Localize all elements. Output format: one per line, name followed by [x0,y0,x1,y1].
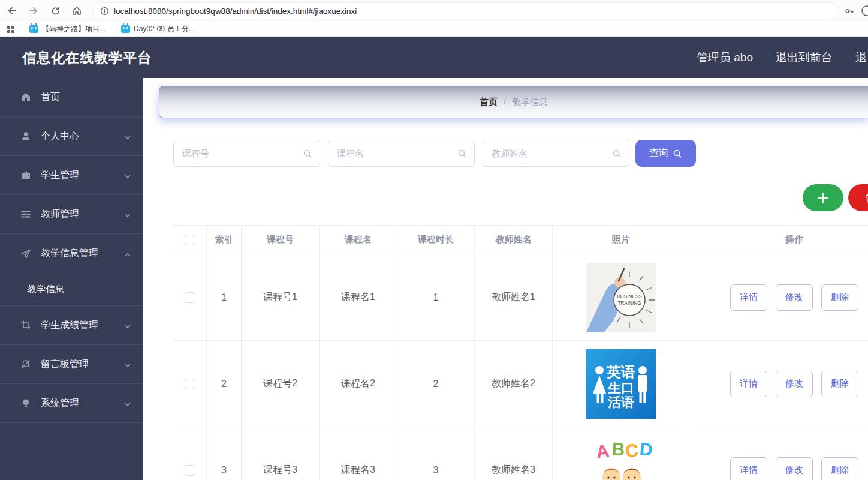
main-content: 首页 / 教学信息 [143,78,868,480]
col-header-course-name: 课程名 [320,226,397,254]
course-photo-english-speaking: 英语 生口 活语 [586,349,656,419]
edit-button[interactable]: 修改 [776,284,813,311]
bookmark-item[interactable]: Day02-09-员工分... [121,24,195,34]
nav-exit-to-front[interactable]: 退出到前台 [776,50,833,65]
divider [23,25,23,34]
home-button-icon[interactable] [67,2,86,19]
search-icon [673,149,682,158]
app-header: 信息化在线教学平台 管理员 abo 退出到前台 退 [0,37,868,78]
table-row: 1 课程号1 课程名1 1 教师姓名1 [173,254,868,341]
sidebar-item-message-board-management[interactable]: 留言板管理 [0,345,143,384]
header-nav: 管理员 abo 退出到前台 退 [697,50,868,65]
forward-icon[interactable] [24,2,43,19]
search-field-course-name [328,140,475,167]
sidebar-item-personal-center[interactable]: 个人中心 [0,117,143,156]
cell-course-no: 课程号3 [242,427,320,480]
delete-button[interactable]: 删除 [821,284,858,311]
cell-duration: 1 [397,254,475,340]
profile-icon[interactable] [861,5,868,17]
info-icon[interactable] [100,7,109,16]
send-icon [20,248,31,259]
course-photo-business-training: BUSINESS TRAINING [586,263,656,332]
sidebar-item-teacher-management[interactable]: 教师管理 [0,195,143,234]
sidebar-subitem-teaching-info[interactable]: 教学信息 [0,273,143,306]
bookmark-item[interactable]: 【码神之路】项目... [29,24,106,34]
cell-teacher: 教师姓名3 [475,427,553,480]
cell-course-name: 课程名1 [320,254,397,340]
course-no-input[interactable] [174,140,320,166]
delete-button[interactable]: 删除 [821,371,858,397]
row-checkbox[interactable] [185,292,195,303]
detail-button[interactable]: 详情 [730,457,767,480]
user-icon [20,131,31,142]
chevron-down-icon [124,361,131,368]
col-header-actions: 操作 [689,226,868,254]
course-table: 索引 课程号 课程名 课程时长 教师姓名 照片 操作 1 课程号1 课程名1 1… [173,225,868,480]
chevron-up-icon [124,250,131,257]
course-photo-abcd-kids: A B C D [586,436,656,480]
delete-button[interactable]: 删除 [821,457,858,480]
cell-index: 1 [207,254,242,340]
sidebar-item-home[interactable]: 首页 [0,78,143,117]
sidebar-item-system-management[interactable]: 系统管理 [0,384,143,423]
chevron-down-icon [124,211,131,218]
address-bar[interactable]: localhost:8080/springboot9qw88/admin/dis… [92,2,839,19]
breadcrumb-home[interactable]: 首页 [480,97,498,108]
edit-button[interactable]: 修改 [776,371,813,397]
svg-text:英语: 英语 [606,364,635,380]
col-header-teacher: 教师姓名 [475,226,553,254]
query-button-label: 查询 [649,147,668,160]
cell-index: 3 [207,427,242,480]
row-checkbox[interactable] [185,379,195,389]
search-row: 查询 [173,140,696,167]
select-all-checkbox[interactable] [185,235,195,245]
teacher-name-input[interactable] [483,140,629,166]
bilibili-icon [121,25,130,33]
trash-icon [864,192,868,204]
course-name-input[interactable] [328,140,474,166]
sidebar-item-student-score-management[interactable]: 学生成绩管理 [0,306,143,345]
svg-text:A: A [595,440,610,462]
cell-course-no: 课程号2 [242,341,320,427]
apps-grid-icon[interactable] [5,23,17,35]
sidebar-item-teaching-info-management[interactable]: 教学信息管理 [0,234,143,273]
bookmarks-bar: 【码神之路】项目... Day02-09-员工分... [0,22,868,37]
bell-off-icon [20,359,31,370]
edit-button[interactable]: 修改 [776,457,813,480]
back-icon[interactable] [2,2,22,19]
nav-logout[interactable]: 退 [855,50,867,65]
table-row: 2 课程号2 课程名2 2 教师姓名2 [173,341,868,427]
sidebar-item-student-management[interactable]: 学生管理 [0,156,143,195]
table-row: 3 课程号3 课程名3 3 教师姓名3 A B C D [173,427,868,480]
row-checkbox[interactable] [185,465,195,476]
cell-duration: 2 [397,341,475,427]
delete-selected-button[interactable] [848,184,868,211]
svg-text:TRAINING: TRAINING [617,301,641,306]
search-icon [457,149,467,161]
chevron-down-icon [124,133,131,140]
list-icon [20,209,31,220]
sidebar: 首页 个人中心 学生管理 [0,78,143,480]
search-field-course-no [173,140,320,167]
url-text[interactable]: localhost:8080/springboot9qw88/admin/dis… [114,7,357,16]
svg-text:生口: 生口 [607,380,634,395]
chevron-down-icon [124,322,131,329]
chevron-down-icon [124,172,131,179]
search-icon [303,149,312,161]
screen: localhost:8080/springboot9qw88/admin/dis… [0,0,868,480]
svg-text:D: D [638,439,653,460]
bulb-icon [20,398,31,409]
cell-teacher: 教师姓名1 [475,254,553,340]
detail-button[interactable]: 详情 [730,284,767,311]
breadcrumb-separator: / [504,97,506,107]
reload-icon[interactable] [46,2,65,19]
col-header-course-no: 课程号 [242,226,320,254]
query-button[interactable]: 查询 [635,140,696,167]
col-header-index: 索引 [207,226,242,254]
chevron-down-icon [124,400,131,407]
key-icon[interactable] [843,5,855,17]
nav-admin-user[interactable]: 管理员 abo [697,50,753,65]
svg-text:B: B [611,439,625,459]
add-button[interactable] [803,184,843,211]
detail-button[interactable]: 详情 [730,371,767,397]
